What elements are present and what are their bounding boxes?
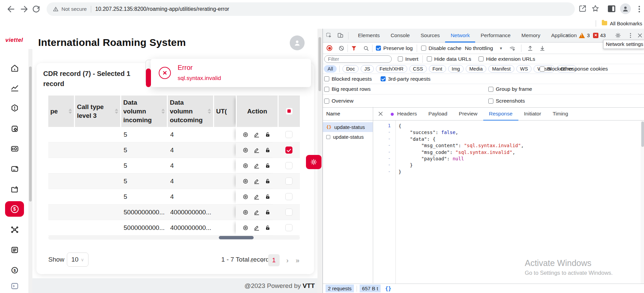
row-checkbox[interactable] (285, 224, 292, 231)
sidebar-scrollbar[interactable] (28, 49, 32, 293)
select-all-checkbox[interactable] (286, 108, 293, 115)
detail-tab-payload[interactable]: Payload (423, 108, 453, 121)
filter-chip-fetchxhr[interactable]: Fetch/XHR (376, 65, 407, 73)
export-har-icon[interactable] (539, 45, 546, 52)
select-all-header[interactable] (278, 96, 300, 127)
filter-chip-manifest[interactable]: Manifest (488, 65, 514, 73)
sidebar-item-folder[interactable] (5, 182, 24, 197)
filter-icon[interactable] (351, 45, 357, 52)
fold-marker[interactable]: - (377, 149, 391, 155)
user-avatar[interactable] (290, 35, 305, 50)
sidebar-item-alert[interactable] (5, 100, 24, 116)
url-text[interactable]: 10.207.252.135:8200/roaming-app/utilitie… (95, 6, 229, 12)
lock-icon[interactable] (264, 162, 271, 169)
devtools-menu-icon[interactable] (627, 32, 634, 40)
sidebar-item-processor[interactable] (5, 121, 24, 136)
inspect-element-icon[interactable] (326, 32, 332, 40)
detail-tab-timing[interactable]: Timing (547, 108, 574, 121)
lock-icon[interactable] (264, 193, 271, 200)
view-icon[interactable] (242, 224, 249, 231)
edit-icon[interactable] (253, 224, 260, 231)
third-party-requests-checkbox[interactable]: 3rd-party requests (381, 76, 431, 82)
blocked-requests-checkbox[interactable]: Blocked requests (324, 76, 372, 82)
request-row[interactable]: update-status (323, 132, 373, 142)
view-icon[interactable] (242, 131, 249, 138)
fold-marker[interactable]: - (377, 129, 391, 135)
next-page-button[interactable]: › (282, 255, 292, 266)
request-row[interactable]: {}update-status (323, 122, 373, 132)
fold-marker[interactable]: - (377, 162, 391, 167)
page-size-select[interactable]: 10∨ (67, 252, 88, 267)
forward-icon[interactable] (19, 4, 29, 14)
close-detail-icon[interactable] (377, 110, 385, 118)
filter-input[interactable] (324, 55, 392, 63)
requests-count[interactable]: 2 requests (326, 285, 354, 292)
throttling-select[interactable]: No throttling▼ (465, 45, 503, 51)
edit-icon[interactable] (253, 209, 260, 216)
filter-chip-js[interactable]: JS (361, 65, 374, 73)
lock-icon[interactable] (264, 178, 271, 185)
prev-page-button[interactable]: ‹ (257, 255, 267, 266)
row-checkbox[interactable] (285, 209, 292, 216)
sidebar-item-sync-card[interactable] (5, 141, 24, 156)
bookmark-star-icon[interactable] (591, 4, 600, 13)
lock-icon[interactable] (264, 209, 271, 216)
first-page-button[interactable]: « (247, 255, 257, 266)
table-scrollbar-thumb[interactable] (219, 236, 254, 239)
errors-badge[interactable]: ✕43 (593, 32, 606, 38)
filter-chip-img[interactable]: Img (448, 65, 464, 73)
view-icon[interactable] (242, 147, 249, 154)
view-icon[interactable] (242, 193, 249, 200)
sort-icon[interactable] (115, 109, 118, 114)
row-checkbox[interactable] (285, 178, 292, 185)
sidebar-item-analytics[interactable] (5, 80, 24, 96)
name-column-header[interactable]: Name (326, 111, 340, 117)
filter-chip-doc[interactable]: Doc (342, 65, 359, 73)
view-icon[interactable] (242, 178, 249, 185)
clear-network-log-icon[interactable] (338, 45, 345, 52)
devtools-tab-performance[interactable]: Performance (475, 29, 516, 43)
detail-tab-response[interactable]: Response (483, 108, 518, 121)
devtools-tab-console[interactable]: Console (385, 29, 415, 43)
back-icon[interactable] (6, 4, 16, 14)
filter-chip-ws[interactable]: WS (516, 65, 532, 73)
fold-marker[interactable]: - (377, 156, 391, 161)
edit-icon[interactable] (253, 178, 260, 185)
edit-icon[interactable] (253, 193, 260, 200)
lock-icon[interactable] (264, 131, 271, 138)
devtools-tab-elements[interactable]: Elements (353, 29, 385, 43)
column-header-1[interactable]: Call type level 3 (74, 96, 120, 127)
fold-marker[interactable]: - (377, 142, 391, 148)
search-icon[interactable] (363, 45, 369, 52)
sort-icon[interactable] (69, 109, 72, 114)
sort-icon[interactable] (208, 109, 211, 114)
filter-chip-all[interactable]: All (324, 65, 337, 73)
warnings-badge[interactable]: 3 (579, 32, 590, 38)
invert-checkbox[interactable]: Invert (398, 56, 418, 62)
detail-tab-headers[interactable]: Headers (391, 108, 423, 121)
sidebar-item-dollar[interactable]: $ (5, 262, 24, 278)
side-panel-icon[interactable] (608, 5, 615, 12)
detail-tab-initiator[interactable]: Initiator (518, 108, 547, 121)
lock-icon[interactable] (264, 224, 271, 231)
filter-chip-font[interactable]: Font (429, 65, 446, 73)
row-checkbox[interactable] (285, 146, 292, 154)
sidebar-item-document[interactable] (5, 242, 24, 258)
screenshots-checkbox[interactable]: Screenshots (488, 98, 525, 104)
group-by-frame-checkbox[interactable]: Group by frame (488, 86, 532, 92)
devtools-tab-sources[interactable]: Sources (415, 29, 445, 43)
table-horizontal-scrollbar[interactable] (48, 236, 300, 240)
record-network-log-icon[interactable] (327, 45, 332, 51)
devtools-close-icon[interactable] (637, 32, 643, 40)
sidebar-item-home[interactable] (5, 60, 24, 76)
view-icon[interactable] (242, 162, 249, 169)
hide-extension-urls-checkbox[interactable]: Hide extension URLs (479, 56, 535, 62)
sidebar-scrollbar-thumb[interactable] (29, 66, 32, 202)
sidebar-item-network-hub[interactable] (5, 222, 24, 237)
settings-fab-button[interactable] (306, 155, 321, 169)
disable-cache-checkbox[interactable]: Disable cache (421, 45, 461, 51)
edit-icon[interactable] (253, 131, 260, 138)
sidebar-item-card-note[interactable] (5, 161, 24, 177)
row-checkbox[interactable] (285, 193, 292, 200)
detail-tab-preview[interactable]: Preview (453, 108, 483, 121)
